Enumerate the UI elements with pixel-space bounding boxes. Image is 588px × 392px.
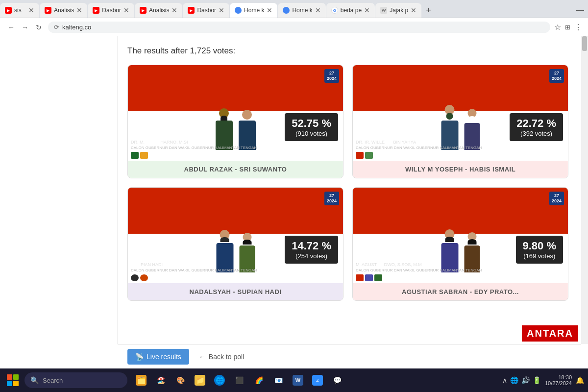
results-title: The results after 1,725 votes: xyxy=(127,46,568,56)
back-to-poll-link[interactable]: ← Back to poll xyxy=(199,353,244,361)
party-logo-1a xyxy=(131,152,139,159)
tab-2-close[interactable]: ✕ xyxy=(76,6,82,14)
tab-4-favicon: ▶ xyxy=(140,7,147,14)
tab-7-favicon xyxy=(283,7,290,14)
extensions-icon[interactable]: ⊞ xyxy=(565,24,570,31)
party-logo-2a xyxy=(356,152,364,159)
browser-chrome: ▶ sis ✕ ▶ Analisis ✕ ▶ Dasbor ✕ ▶ Analis… xyxy=(0,0,588,36)
main-content: The results after 1,725 votes: xyxy=(118,36,578,344)
tab-7-close[interactable]: ✕ xyxy=(315,6,321,14)
chevron-up-icon[interactable]: ∧ xyxy=(502,376,507,384)
tab-6-label: Home k xyxy=(244,7,264,14)
party-logo-4c xyxy=(374,274,382,281)
vote-pct-4: 9.80 % xyxy=(523,240,557,252)
tab-4[interactable]: ▶ Analisis ✕ xyxy=(135,3,182,18)
taskbar-search-icon: 🔍 xyxy=(30,376,39,384)
sys-tray-icons: ∧ 🌐 🔊 🔋 xyxy=(502,376,541,384)
windows-logo xyxy=(7,374,19,386)
candidate-text-4: M. AGUST DWO, S.SOS, M.M CALON GUBERNUR … xyxy=(356,262,534,272)
live-results-label: Live results xyxy=(147,353,181,361)
url-bar[interactable]: ⟳ kalteng.co xyxy=(48,22,550,33)
taskbar-search[interactable]: 🔍 Search xyxy=(24,372,127,388)
nav-buttons: ← → ↻ xyxy=(6,22,44,33)
tab-6[interactable]: Home k ✕ xyxy=(230,3,277,18)
vote-pct-3: 14.72 % xyxy=(292,240,331,252)
tab-1-favicon: ▶ xyxy=(5,7,12,14)
taskbar-whatsapp-icon[interactable]: 💬 xyxy=(328,371,346,389)
menu-icon[interactable]: ⋮ xyxy=(574,23,582,32)
new-tab-button[interactable]: + xyxy=(422,5,435,16)
tab-8[interactable]: G beda pe ✕ xyxy=(326,3,375,18)
tab-7[interactable]: Home k ✕ xyxy=(278,3,325,18)
badge-1: 272024 xyxy=(324,69,339,83)
tab-8-close[interactable]: ✕ xyxy=(364,6,370,14)
minimize-icon[interactable]: — xyxy=(576,6,588,15)
scrollbar-thumb[interactable] xyxy=(582,36,587,51)
tab-6-favicon xyxy=(235,7,242,14)
vote-pct-2: 22.72 % xyxy=(516,117,556,130)
candidate-card-1: 52.75 % (910 votes) 272024 DR. M. HARNO,… xyxy=(127,65,343,178)
party-logo-4b xyxy=(365,274,373,281)
taskbar-mail-icon[interactable]: 📧 xyxy=(270,371,287,389)
url-text[interactable]: kalteng.co xyxy=(62,24,91,31)
party-logo-4a xyxy=(356,274,364,281)
tab-9[interactable]: W Jajak p ✕ xyxy=(375,3,421,18)
taskbar-chrome-icon[interactable]: 🌈 xyxy=(250,371,268,389)
tab-8-favicon: G xyxy=(331,7,338,14)
start-button[interactable] xyxy=(4,371,22,389)
tab-bar: ▶ sis ✕ ▶ Analisis ✕ ▶ Dasbor ✕ ▶ Analis… xyxy=(0,0,588,18)
taskbar-folder-icon[interactable]: 📁 xyxy=(191,371,209,389)
tab-7-label: Home k xyxy=(292,7,312,14)
tab-5-close[interactable]: ✕ xyxy=(219,6,224,14)
security-icon: ⟳ xyxy=(54,24,59,31)
tab-5[interactable]: ▶ Dasbor ✕ xyxy=(183,3,229,18)
taskbar: 🔍 Search 🗂️ 🏖️ 🎨 📁 🌐 ⬛ 🌈 📧 W xyxy=(0,368,588,392)
candidate-name-4: AGUSTIAR SABRAN - EDY PRATO... xyxy=(353,283,568,300)
badge-2: 272024 xyxy=(549,69,564,83)
tab-9-close[interactable]: ✕ xyxy=(411,6,416,14)
candidate-card-4: 9.80 % (169 votes) 272024 M. AGUST DWO, … xyxy=(352,187,568,301)
candidate-text-2: DR. IR. WILLE BIN YAHYA CALON GUBERNUR D… xyxy=(356,140,534,150)
scrollbar-track[interactable] xyxy=(581,36,588,344)
party-logo-3a xyxy=(131,274,139,281)
bookmark-icon[interactable]: ☆ xyxy=(554,23,561,32)
taskbar-search-text: Search xyxy=(43,377,63,384)
tab-5-label: Dasbor xyxy=(197,7,216,14)
tab-3-close[interactable]: ✕ xyxy=(123,6,129,14)
tab-8-label: beda pe xyxy=(341,7,362,14)
candidate-name-3: NADALSYAH - SUPIAN HADI xyxy=(128,283,343,300)
clock[interactable]: 18:30 10/27/2024 xyxy=(545,374,572,386)
badge-3: 272024 xyxy=(324,192,339,205)
volume-icon[interactable]: 🔊 xyxy=(521,376,530,384)
taskbar-edge-icon[interactable]: 🌐 xyxy=(211,371,228,389)
arrow-left-icon: ← xyxy=(199,353,206,361)
taskbar-zoom-icon[interactable]: Z xyxy=(309,371,326,389)
network-icon[interactable]: 🌐 xyxy=(510,376,518,384)
live-results-button[interactable]: 📡 Live results xyxy=(127,349,189,365)
tab-2[interactable]: ▶ Analisis ✕ xyxy=(40,3,87,18)
tab-3[interactable]: ▶ Dasbor ✕ xyxy=(88,3,134,18)
tab-4-close[interactable]: ✕ xyxy=(172,6,177,14)
taskbar-explorer-icon[interactable]: 🗂️ xyxy=(132,371,150,389)
vote-pct-1: 52.75 % xyxy=(292,117,331,130)
browser-controls: ☆ ⊞ ⋮ xyxy=(554,23,582,32)
candidate-text-1: DR. M. HARNO, M.SI CALON GUBERNUR DAN WA… xyxy=(131,140,309,150)
taskbar-beach-icon[interactable]: 🏖️ xyxy=(152,371,170,389)
taskbar-colorwheel-icon[interactable]: 🎨 xyxy=(172,371,189,389)
reload-button[interactable]: ↻ xyxy=(33,22,44,33)
candidate-card-3: 14.72 % (254 votes) 272024 PIAN HADI CAL… xyxy=(127,187,343,301)
tab-5-favicon: ▶ xyxy=(188,7,195,14)
system-tray: ∧ 🌐 🔊 🔋 18:30 10/27/2024 🔔 xyxy=(502,374,584,386)
tab-1-close[interactable]: ✕ xyxy=(28,6,34,14)
forward-button[interactable]: → xyxy=(20,22,30,33)
notification-icon[interactable]: 🔔 xyxy=(576,376,584,384)
taskbar-word-icon[interactable]: W xyxy=(289,371,307,389)
battery-icon[interactable]: 🔋 xyxy=(533,376,541,384)
candidate-text-3: PIAN HADI CALON GUBERNUR DAN WAKIL GUBER… xyxy=(131,262,309,272)
candidate-name-1: ABDUL RAZAK - SRI SUWANTO xyxy=(128,161,343,178)
back-to-poll-label: Back to poll xyxy=(209,353,244,361)
tab-1[interactable]: ▶ sis ✕ xyxy=(0,3,39,18)
tab-6-close[interactable]: ✕ xyxy=(267,6,272,14)
taskbar-terminal-icon[interactable]: ⬛ xyxy=(230,371,248,389)
back-button[interactable]: ← xyxy=(6,22,17,33)
